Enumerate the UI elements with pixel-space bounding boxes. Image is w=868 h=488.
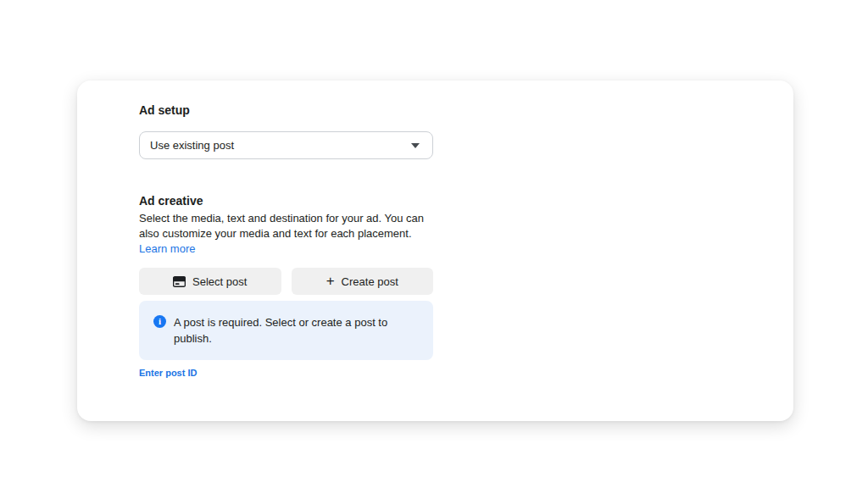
plus-icon: +	[326, 274, 335, 288]
post-required-message: A post is required. Select or create a p…	[174, 314, 387, 347]
select-post-label: Select post	[192, 275, 247, 288]
page-background: Ad setup Use existing post Ad creative S…	[0, 0, 868, 488]
chevron-down-icon	[411, 143, 420, 148]
ad-setup-content: Ad setup Use existing post Ad creative S…	[139, 103, 433, 380]
select-post-button[interactable]: Select post	[139, 268, 281, 295]
post-icon	[173, 276, 186, 287]
info-circle-icon: i	[153, 315, 166, 328]
info-line-1: A post is required. Select or create a p…	[174, 314, 387, 330]
ad-creative-title: Ad creative	[139, 194, 433, 208]
ad-setup-title: Ad setup	[139, 103, 433, 117]
ad-setup-card: Ad setup Use existing post Ad creative S…	[77, 80, 793, 421]
post-buttons-row: Select post + Create post	[139, 268, 433, 295]
learn-more-link[interactable]: Learn more	[139, 241, 433, 257]
create-post-button[interactable]: + Create post	[292, 268, 434, 295]
ad-setup-dropdown[interactable]: Use existing post	[139, 131, 433, 159]
info-line-2: publish.	[174, 330, 387, 347]
description-line-1: Select the media, text and destination f…	[139, 211, 433, 226]
enter-post-id-link[interactable]: Enter post ID	[139, 368, 197, 379]
description-line-2: also customize your media and text for e…	[139, 226, 433, 241]
create-post-label: Create post	[342, 275, 398, 288]
dropdown-selected-value: Use existing post	[150, 139, 234, 152]
post-required-banner: i A post is required. Select or create a…	[139, 301, 433, 360]
ad-creative-description: Select the media, text and destination f…	[139, 211, 433, 241]
